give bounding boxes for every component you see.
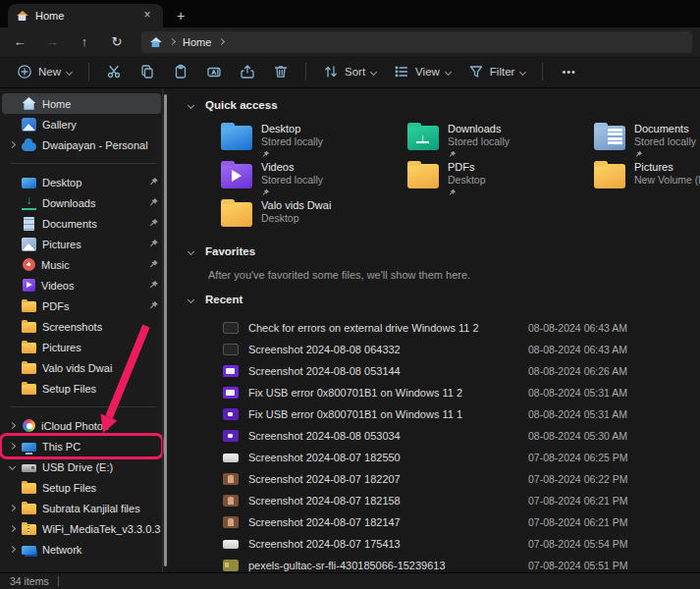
collapse-chevron-icon[interactable] bbox=[188, 247, 194, 254]
sidebar-item-downloads[interactable]: Downloads bbox=[2, 192, 161, 213]
sidebar-item-wifi-mediatek-v3-3-0-350[interactable]: WiFi_MediaTek_v3.3.0.350 bbox=[2, 518, 161, 539]
expand-chevron-icon[interactable] bbox=[9, 505, 16, 511]
sidebar-item-subrata-kanjilal-files[interactable]: Subrata Kanjilal files bbox=[2, 498, 161, 518]
sidebar-scrollbar[interactable] bbox=[164, 94, 167, 566]
recent-file-row-screenshot-2024-08-07-182207[interactable]: Screenshot 2024-08-07 182207 07-08-2024 … bbox=[188, 468, 700, 490]
toolbar-separator bbox=[305, 63, 306, 80]
refresh-button[interactable]: ↻ bbox=[104, 31, 130, 53]
recent-file-row-screenshot-2024-08-07-182158[interactable]: Screenshot 2024-08-07 182158 07-08-2024 … bbox=[188, 490, 700, 511]
expand-chevron-icon[interactable] bbox=[9, 546, 16, 553]
pin-icon bbox=[148, 280, 159, 291]
sidebar-item-usb-drive-e[interactable]: USB Drive (E:) bbox=[2, 456, 161, 477]
sidebar-item-icon bbox=[22, 142, 36, 151]
sidebar-item-this-pc[interactable]: This PC bbox=[2, 436, 161, 456]
quick-access-tile-desktop[interactable]: Desktop Stored locally bbox=[221, 120, 407, 158]
chevron-down-icon bbox=[445, 68, 452, 75]
quick-access-tile-valo-vids-dwai[interactable]: Valo vids Dwai Desktop bbox=[221, 196, 407, 235]
file-explorer-window: Home × + ← → ↑ ↻ Home New bbox=[0, 0, 700, 589]
quick-access-tile-pdfs[interactable]: PDFs Desktop bbox=[407, 158, 594, 196]
sidebar-item-gallery[interactable]: Gallery bbox=[2, 114, 161, 134]
breadcrumb-chevron-icon[interactable] bbox=[218, 38, 225, 45]
sidebar-item-network[interactable]: Network bbox=[2, 539, 161, 560]
file-thumbnail bbox=[223, 365, 239, 377]
sidebar-item-screenshots[interactable]: Screenshots bbox=[2, 316, 161, 337]
expand-chevron-icon[interactable] bbox=[9, 141, 16, 148]
back-button[interactable]: ← bbox=[7, 31, 32, 53]
paste-button[interactable] bbox=[166, 59, 195, 84]
toolbar-separator bbox=[88, 63, 89, 80]
more-options-button[interactable]: ••• bbox=[553, 61, 585, 82]
sidebar-item-icloud-photos[interactable]: iCloud Photos bbox=[2, 415, 161, 436]
recent-file-row-screenshot-2024-08-07-182147[interactable]: Screenshot 2024-08-07 182147 07-08-2024 … bbox=[188, 511, 700, 533]
recent-file-row-screenshot-2024-08-08-053034[interactable]: Screenshot 2024-08-08 053034 08-08-2024 … bbox=[188, 425, 700, 447]
quick-access-tile-downloads[interactable]: Downloads Stored locally bbox=[407, 120, 594, 158]
breadcrumb-home[interactable]: Home bbox=[183, 36, 211, 48]
quick-access-tile-videos[interactable]: Videos Stored locally bbox=[221, 158, 407, 196]
folder-decoration bbox=[232, 170, 242, 182]
expand-chevron-icon[interactable] bbox=[9, 422, 16, 429]
sidebar-item-icon bbox=[24, 217, 34, 231]
up-button[interactable]: ↑ bbox=[72, 31, 97, 53]
filter-icon bbox=[468, 64, 484, 80]
sidebar-item-valo-vids-dwai[interactable]: Valo vids Dwai bbox=[2, 357, 161, 378]
quick-access-tile-pictures[interactable]: Pictures New Volume (D:) bbox=[594, 158, 700, 196]
sort-button[interactable]: Sort bbox=[316, 59, 383, 84]
cut-icon bbox=[106, 64, 122, 80]
sidebar-item-pictures[interactable]: Pictures bbox=[2, 234, 161, 254]
pin-icon bbox=[148, 197, 159, 208]
recent-file-row-fix-usb-error-0x800701b1-on-windows-11-1[interactable]: Fix USB error 0x800701B1 on Windows 11 1… bbox=[188, 403, 700, 425]
collapse-chevron-icon[interactable] bbox=[188, 101, 194, 108]
expand-chevron-icon[interactable] bbox=[9, 525, 16, 532]
folder-icon bbox=[221, 126, 252, 150]
delete-button[interactable] bbox=[266, 59, 296, 84]
recent-file-row-screenshot-2024-08-08-064332[interactable]: Screenshot 2024-08-08 064332 08-08-2024 … bbox=[188, 339, 700, 360]
cut-button[interactable] bbox=[99, 59, 129, 84]
sidebar-item-setup-files[interactable]: Setup Files bbox=[2, 378, 161, 399]
folder-icon bbox=[221, 202, 252, 227]
file-thumbnail bbox=[223, 322, 239, 334]
forward-button[interactable]: → bbox=[39, 31, 65, 53]
sidebar-item-documents[interactable]: Documents bbox=[2, 213, 161, 234]
sidebar-item-music[interactable]: Music bbox=[2, 254, 161, 275]
sidebar-item-icon bbox=[22, 196, 36, 210]
pane-splitter[interactable] bbox=[162, 88, 163, 572]
recent-file-row-screenshot-2024-08-08-053144[interactable]: Screenshot 2024-08-08 053144 08-08-2024 … bbox=[188, 360, 700, 382]
item-count: 34 items bbox=[10, 575, 49, 587]
pin-icon bbox=[148, 177, 159, 187]
sidebar-item-icon bbox=[23, 419, 35, 432]
recent-file-row-screenshot-2024-08-07-175413[interactable]: Screenshot 2024-08-07 175413 07-08-2024 … bbox=[188, 533, 700, 555]
tab-bar: Home × + bbox=[0, 0, 700, 27]
copy-button[interactable] bbox=[133, 59, 162, 84]
tab-home[interactable]: Home × bbox=[8, 4, 163, 27]
filter-button[interactable]: Filter bbox=[461, 59, 533, 84]
sidebar-item-pictures[interactable]: Pictures bbox=[2, 337, 161, 357]
new-button[interactable]: New bbox=[10, 59, 79, 84]
sidebar-item-icon bbox=[22, 97, 36, 111]
recent-file-row-pexels-gultac-sr-fli-430185066-15239613[interactable]: pexels-gultac-sr-fli-430185066-15239613 … bbox=[188, 555, 700, 572]
sidebar-item-dwaipayan-personal[interactable]: Dwaipayan - Personal bbox=[2, 134, 161, 155]
sidebar-item-home[interactable]: Home bbox=[2, 93, 161, 114]
share-button[interactable] bbox=[233, 59, 262, 84]
recent-file-row-check-for-errors-on-external-drive-windows-11-2[interactable]: Check for errors on external drive Windo… bbox=[188, 317, 700, 339]
folder-icon bbox=[407, 164, 439, 188]
quick-access-grid: Desktop Stored locally Downloads Stored … bbox=[221, 120, 700, 235]
new-tab-button[interactable]: + bbox=[177, 8, 185, 24]
recent-file-row-screenshot-2024-08-07-182550[interactable]: Screenshot 2024-08-07 182550 07-08-2024 … bbox=[188, 447, 700, 468]
address-bar[interactable]: Home bbox=[141, 31, 692, 53]
sidebar-item-icon bbox=[22, 524, 36, 535]
collapse-chevron-icon[interactable] bbox=[188, 295, 194, 302]
sidebar-item-icon bbox=[22, 464, 36, 472]
tab-close-icon[interactable]: × bbox=[139, 8, 155, 24]
sidebar-item-icon bbox=[22, 504, 36, 514]
expand-chevron-icon[interactable] bbox=[9, 463, 16, 470]
sidebar-item-desktop[interactable]: Desktop bbox=[2, 172, 161, 192]
sidebar-item-setup-files[interactable]: Setup Files bbox=[2, 477, 161, 498]
recent-file-row-fix-usb-error-0x800701b1-on-windows-11-2[interactable]: Fix USB error 0x800701B1 on Windows 11 2… bbox=[188, 382, 700, 403]
sidebar-item-videos[interactable]: Videos bbox=[2, 275, 161, 295]
quick-access-tile-documents[interactable]: Documents Stored locally bbox=[594, 120, 700, 158]
view-button[interactable]: View bbox=[387, 59, 458, 84]
status-divider bbox=[58, 576, 59, 586]
rename-button[interactable] bbox=[199, 59, 229, 84]
expand-chevron-icon[interactable] bbox=[9, 443, 16, 450]
sidebar-item-pdfs[interactable]: PDFs bbox=[2, 295, 161, 316]
